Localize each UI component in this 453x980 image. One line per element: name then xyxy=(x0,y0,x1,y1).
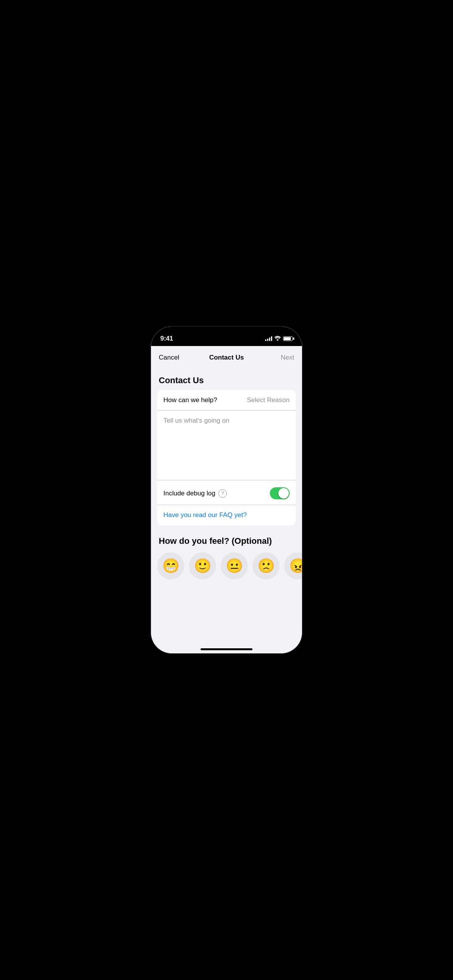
section-title: Contact Us xyxy=(151,368,302,390)
emoji-angry[interactable]: 😠 xyxy=(284,552,302,579)
status-bar: 9:41 xyxy=(151,327,302,346)
debug-help-icon[interactable]: ? xyxy=(218,489,227,498)
contact-form-card: How can we help? Select Reason Include d… xyxy=(157,390,296,525)
debug-log-label: Include debug log xyxy=(163,490,215,497)
battery-icon xyxy=(283,336,293,341)
main-content: Cancel Contact Us Next Contact Us How ca… xyxy=(151,346,302,653)
feelings-title: How do you feel? (Optional) xyxy=(151,533,302,552)
emoji-sad[interactable]: 🙁 xyxy=(252,552,280,579)
nav-bar: Cancel Contact Us Next xyxy=(151,346,302,368)
next-button[interactable]: Next xyxy=(281,352,294,363)
faq-link[interactable]: Have you read our FAQ yet? xyxy=(163,511,247,519)
help-label: How can we help? xyxy=(163,396,217,404)
home-indicator xyxy=(201,648,252,650)
nav-title: Contact Us xyxy=(209,354,244,362)
help-row[interactable]: How can we help? Select Reason xyxy=(157,390,296,411)
emoji-neutral[interactable]: 😐 xyxy=(221,552,248,579)
message-textarea[interactable] xyxy=(157,411,296,480)
toggle-knob xyxy=(278,488,289,499)
signal-icon xyxy=(265,336,272,341)
debug-log-toggle[interactable] xyxy=(270,487,290,499)
status-time: 9:41 xyxy=(160,335,173,343)
emoji-very-happy[interactable]: 😁 xyxy=(157,552,184,579)
faq-row: Have you read our FAQ yet? xyxy=(157,505,296,525)
status-icons xyxy=(265,336,293,342)
select-reason-button[interactable]: Select Reason xyxy=(247,396,290,404)
debug-log-row: Include debug log ? xyxy=(157,482,296,505)
wifi-icon xyxy=(275,336,281,342)
cancel-button[interactable]: Cancel xyxy=(159,352,179,363)
emoji-row: 😁🙂😐🙁😠 xyxy=(151,552,302,587)
debug-label-container: Include debug log ? xyxy=(163,489,227,498)
emoji-happy[interactable]: 🙂 xyxy=(189,552,216,579)
